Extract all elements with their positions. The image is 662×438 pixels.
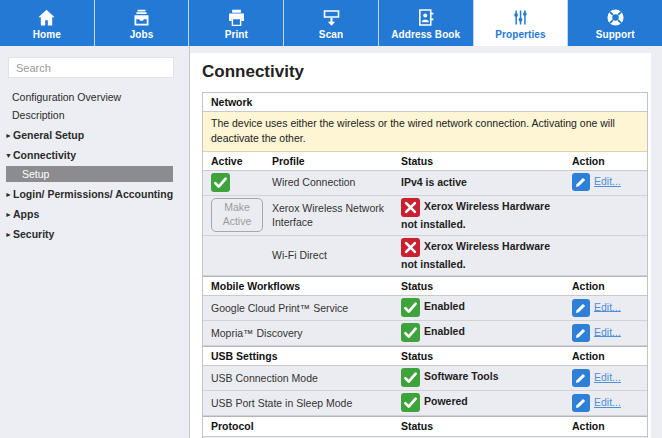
home-icon — [36, 7, 57, 28]
tab-jobs[interactable]: Jobs — [95, 0, 190, 46]
tab-home[interactable]: Home — [0, 0, 95, 46]
mobile-workflows-header: Mobile Workflows Status Action — [203, 276, 647, 296]
status-cell: Xerox Wireless Hardware not installed. — [401, 238, 572, 272]
sidebar-item-login-permissions-accounting[interactable]: ►Login/ Permissions/ Accounting — [0, 186, 189, 202]
edit-pencil-icon[interactable] — [572, 173, 590, 191]
table-row-google-cloud-print: Google Cloud Print™ Service Enabled Edit… — [203, 296, 647, 321]
table-row-usb-connection-mode: USB Connection Mode Software Tools Edit.… — [203, 366, 647, 391]
tab-print-label: Print — [225, 29, 248, 40]
col-active: Active — [211, 154, 272, 168]
error-x-icon — [401, 238, 420, 257]
status-cell: Xerox Wireless Hardware not installed. — [401, 198, 572, 232]
error-x-icon — [401, 198, 420, 217]
usb-settings-header: USB Settings Status Action — [203, 346, 647, 366]
network-column-headers: Active Profile Status Action — [203, 152, 647, 171]
action-cell: Edit... — [572, 173, 647, 191]
make-active-button[interactable]: Make Active — [211, 198, 263, 231]
col-action: Action — [572, 154, 647, 168]
tab-address-book[interactable]: Address Book — [379, 0, 474, 46]
top-nav: Home Jobs Print Scan Address Book Proper… — [0, 0, 662, 46]
edit-pencil-icon[interactable] — [572, 324, 590, 342]
col-profile: Profile — [272, 154, 401, 168]
tab-properties[interactable]: Properties — [474, 0, 569, 46]
edit-link[interactable]: Edit... — [594, 325, 621, 337]
sidebar-item-connectivity[interactable]: ▼Connectivity — [0, 147, 189, 163]
service-label: USB Connection Mode — [211, 371, 401, 385]
print-icon — [226, 7, 247, 28]
tab-scan-label: Scan — [319, 29, 343, 40]
edit-link[interactable]: Edit... — [594, 175, 621, 187]
col-status: Status — [401, 154, 572, 168]
table-row-wifi-direct: Wi-Fi Direct Xerox Wireless Hardware not… — [203, 236, 647, 276]
table-row-usb-port-state: USB Port State in Sleep Mode Powered Edi… — [203, 391, 647, 416]
service-label: Mopria™ Discovery — [211, 326, 401, 340]
main-panel: Connectivity Network The device uses eit… — [190, 53, 651, 438]
edit-pencil-icon[interactable] — [572, 369, 590, 387]
profile-label: Xerox Wireless Network Interface — [272, 201, 401, 229]
tab-support-label: Support — [596, 29, 635, 40]
sidebar: Configuration Overview Description ►Gene… — [0, 46, 190, 438]
sidebar-item-setup-selected[interactable]: Setup — [6, 166, 173, 182]
tab-scan[interactable]: Scan — [284, 0, 379, 46]
sidebar-item-general-setup[interactable]: ►General Setup — [0, 127, 189, 143]
check-icon — [401, 298, 420, 317]
chevron-right-icon: ► — [5, 211, 13, 218]
chevron-right-icon: ► — [5, 132, 13, 139]
edit-link[interactable]: Edit... — [594, 396, 621, 408]
tab-address-book-label: Address Book — [391, 29, 460, 40]
table-row-wired-connection: Wired Connection IPv4 is active Edit... — [203, 171, 647, 196]
check-icon — [401, 323, 420, 342]
edit-pencil-icon[interactable] — [572, 394, 590, 412]
chevron-right-icon: ► — [5, 231, 13, 238]
edit-link[interactable]: Edit... — [594, 371, 621, 383]
tab-home-label: Home — [33, 29, 61, 40]
network-notice: The device uses either the wireless or t… — [203, 112, 647, 152]
sidebar-item-security[interactable]: ►Security — [0, 226, 189, 242]
check-icon — [211, 173, 230, 192]
tab-support[interactable]: Support — [568, 0, 662, 46]
edit-link[interactable]: Edit... — [594, 300, 621, 312]
tab-jobs-label: Jobs — [130, 29, 154, 40]
table-row-xerox-wireless: Make Active Xerox Wireless Network Inter… — [203, 196, 647, 236]
address-book-icon — [415, 7, 436, 28]
chevron-down-icon: ▼ — [5, 152, 13, 159]
profile-label: Wired Connection — [272, 175, 401, 189]
service-label: USB Port State in Sleep Mode — [211, 396, 401, 410]
tab-print[interactable]: Print — [189, 0, 284, 46]
tab-properties-label: Properties — [495, 29, 545, 40]
connectivity-table: Network The device uses either the wirel… — [202, 92, 648, 438]
edit-pencil-icon[interactable] — [572, 299, 590, 317]
jobs-icon — [131, 7, 152, 28]
check-icon — [401, 393, 420, 412]
protocol-header: Protocol Status Action — [203, 416, 647, 436]
search-input[interactable] — [8, 57, 174, 78]
sidebar-item-description[interactable]: Description — [0, 107, 189, 123]
properties-sliders-icon — [510, 7, 531, 28]
network-section-header: Network — [203, 93, 647, 112]
status-text: IPv4 is active — [401, 175, 572, 189]
sidebar-nav: Configuration Overview Description ►Gene… — [0, 89, 189, 242]
chevron-right-icon: ► — [5, 191, 13, 198]
table-row-mopria-discovery: Mopria™ Discovery Enabled Edit... — [203, 321, 647, 346]
sidebar-item-apps[interactable]: ►Apps — [0, 206, 189, 222]
support-lifering-icon — [605, 7, 626, 28]
scan-icon — [321, 7, 342, 28]
sidebar-item-configuration-overview[interactable]: Configuration Overview — [0, 89, 189, 105]
page-title: Connectivity — [202, 62, 651, 82]
check-icon — [401, 368, 420, 387]
service-label: Google Cloud Print™ Service — [211, 301, 401, 315]
profile-label: Wi-Fi Direct — [272, 248, 401, 262]
